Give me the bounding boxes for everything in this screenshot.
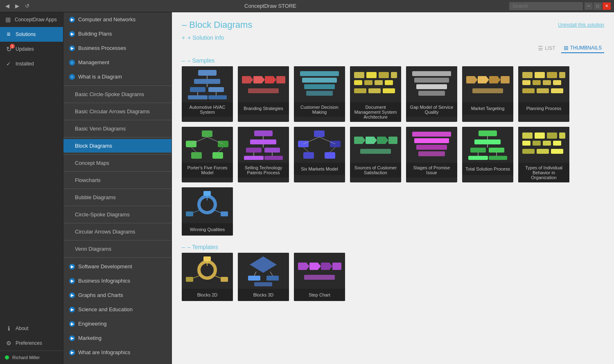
- nav-section-business-processes[interactable]: ▶ Business Processes: [63, 41, 172, 55]
- maximize-button[interactable]: □: [594, 2, 602, 10]
- svg-rect-108: [547, 133, 557, 139]
- nav-back-button[interactable]: ◀: [3, 2, 11, 10]
- sidebar-item-about-label: About: [16, 326, 28, 331]
- nav-section-icon-business-info: ▶: [69, 278, 75, 284]
- sidebar-item-apps[interactable]: ⊞ ConceptDraw Apps: [0, 12, 63, 27]
- solution-info-toggle[interactable]: + + Solution info: [182, 34, 604, 41]
- nav-section-infographics[interactable]: ▶ What are Infographics: [63, 345, 172, 360]
- search-input[interactable]: [509, 2, 583, 10]
- nav-divider-2: [63, 103, 172, 103]
- svg-rect-144: [304, 275, 335, 280]
- nav-item-basic-circular-arrows[interactable]: Basic Circular Arrows Diagrams: [63, 105, 172, 118]
- svg-marker-13: [262, 77, 265, 83]
- nav-section-infographics-label: What are Infographics: [78, 349, 130, 355]
- sample-card-automotive-hvac[interactable]: Automotive HVAC System: [182, 66, 233, 122]
- sample-card-total-solution[interactable]: Total Solution Process: [462, 127, 513, 182]
- uninstall-link[interactable]: Uninstall this solution: [558, 22, 604, 28]
- svg-rect-98: [474, 139, 501, 144]
- nav-section-building-label: Building Plans: [78, 31, 112, 37]
- nav-divider-6: [63, 171, 172, 172]
- svg-rect-49: [522, 80, 530, 85]
- templates-grid: Blocks 2D Blocks 3D Step Chart: [182, 253, 604, 301]
- nav-refresh-button[interactable]: ↺: [23, 2, 32, 10]
- close-button[interactable]: ✕: [603, 2, 611, 10]
- nav-item-concept-maps[interactable]: Concept Maps: [63, 156, 172, 170]
- nav-divider-1: [63, 85, 172, 86]
- svg-rect-95: [418, 151, 445, 156]
- svg-rect-30: [354, 88, 366, 93]
- list-view-button[interactable]: ☰ LIST: [535, 44, 558, 53]
- solution-info-icon: +: [182, 34, 185, 41]
- svg-rect-125: [203, 256, 211, 261]
- template-card-blocks-2d[interactable]: Blocks 2D: [182, 253, 233, 301]
- sample-card-planning-process[interactable]: Planning Process: [518, 66, 569, 122]
- nav-section-computer-networks[interactable]: ▶ Computer and Networks: [63, 12, 172, 27]
- sample-card-selling-technology[interactable]: Selling Technology Patents Process: [238, 127, 289, 182]
- samples-toggle[interactable]: – – Samples: [182, 57, 604, 64]
- nav-section-icon-software: ▶: [69, 264, 75, 270]
- svg-rect-32: [383, 88, 395, 93]
- sample-card-porters-five-forces[interactable]: Porter's Five Forces Model: [182, 127, 233, 182]
- svg-rect-143: [332, 263, 341, 270]
- sample-card-branding-strategies[interactable]: Branding Strategies: [238, 66, 289, 122]
- page-title: – Block Diagrams: [182, 20, 252, 30]
- sample-card-market-targeting[interactable]: Market Targeting: [462, 66, 513, 122]
- sample-card-winning-qualities[interactable]: Winning Qualities: [182, 187, 233, 236]
- nav-item-circular-arrows[interactable]: Circular Arrows Diagrams: [63, 225, 172, 238]
- nav-item-block-diagrams[interactable]: Block Diagrams: [63, 139, 172, 153]
- nav-section-marketing[interactable]: ▶ Marketing: [63, 331, 172, 345]
- sample-card-customer-decision[interactable]: Customer Decision Making: [294, 66, 345, 122]
- svg-line-82: [303, 147, 309, 152]
- nav-section-business-info[interactable]: ▶ Business Infographics: [63, 274, 172, 288]
- view-controls: ☰ LIST ⊞ THUMBNAILS: [182, 43, 604, 53]
- sample-card-sources-customer[interactable]: Sources of Customer Satisfaction: [350, 127, 401, 182]
- svg-rect-44: [472, 88, 503, 93]
- sidebar-item-about[interactable]: ℹ About: [0, 321, 63, 336]
- svg-rect-65: [254, 130, 273, 136]
- nav-section-science[interactable]: ▶ Science and Education: [63, 302, 172, 317]
- nav-item-basic-circle-spoke[interactable]: Basic Circle-Spoke Diagrams: [63, 88, 172, 101]
- templates-toggle[interactable]: – – Templates: [182, 244, 604, 250]
- templates-icon: –: [182, 244, 185, 250]
- sidebar-item-apps-label: ConceptDraw Apps: [15, 17, 57, 22]
- sample-card-gap-model[interactable]: Gap Model of Service Quality: [406, 66, 457, 122]
- title-bar-nav: ◀ ▶ ↺: [3, 2, 32, 10]
- svg-rect-90: [388, 137, 397, 144]
- template-card-step-chart[interactable]: Step Chart: [294, 253, 345, 301]
- sample-card-types-individual[interactable]: Types of Individual Behavior in Organiza…: [518, 127, 569, 182]
- sidebar-item-solutions[interactable]: ≡ Solutions: [0, 27, 63, 42]
- nav-section-what-is-diagram[interactable]: ● What is a Diagram: [63, 70, 172, 84]
- thumbnails-view-button[interactable]: ⊞ THUMBNAILS: [561, 43, 604, 53]
- nav-panel: ▶ Computer and Networks ▶ Building Plans…: [63, 12, 172, 364]
- sidebar-item-installed[interactable]: ✓ Installed: [0, 56, 63, 71]
- nav-section-engineering[interactable]: ▶ Engineering: [63, 317, 172, 331]
- sample-preview-gap-model: [406, 66, 457, 102]
- sample-card-six-markets[interactable]: Six Markets Model: [294, 127, 345, 182]
- sidebar-item-preferences[interactable]: ⚙ Preferences: [0, 336, 63, 351]
- svg-rect-79: [325, 152, 335, 159]
- template-label-blocks-3d: Blocks 3D: [238, 289, 289, 301]
- nav-item-venn[interactable]: Venn Diagrams: [63, 242, 172, 256]
- nav-item-flowcharts[interactable]: Flowcharts: [63, 173, 172, 187]
- svg-rect-78: [303, 152, 314, 159]
- nav-section-graphs[interactable]: ▶ Graphs and Charts: [63, 288, 172, 302]
- sidebar-item-updates[interactable]: ↻ 1 Updates: [0, 42, 63, 56]
- nav-item-bubble-diagrams[interactable]: Bubble Diagrams: [63, 191, 172, 204]
- nav-section-building-plans[interactable]: ▶ Building Plans: [63, 27, 172, 41]
- nav-forward-button[interactable]: ▶: [13, 2, 21, 10]
- sidebar-item-updates-label: Updates: [16, 46, 34, 52]
- sample-card-stages-promise[interactable]: Stages of Promise Issue: [406, 127, 457, 182]
- svg-rect-127: [221, 277, 228, 282]
- minimize-button[interactable]: ─: [585, 2, 593, 10]
- sample-card-document-management[interactable]: Document Management System Architecture: [350, 66, 401, 122]
- template-card-blocks-3d[interactable]: Blocks 3D: [238, 253, 289, 301]
- sample-label-porters-five-forces: Porter's Five Forces Model: [182, 163, 233, 178]
- nav-section-icon-business: ▶: [69, 45, 75, 51]
- nav-section-software[interactable]: ▶ Software Development: [63, 259, 172, 274]
- svg-rect-27: [364, 80, 372, 85]
- nav-item-circle-spoke[interactable]: Circle-Spoke Diagrams: [63, 208, 172, 221]
- nav-item-basic-venn[interactable]: Basic Venn Diagrams: [63, 122, 172, 135]
- nav-section-management[interactable]: ● Management: [63, 55, 172, 70]
- svg-rect-25: [391, 72, 397, 78]
- svg-rect-91: [360, 149, 391, 154]
